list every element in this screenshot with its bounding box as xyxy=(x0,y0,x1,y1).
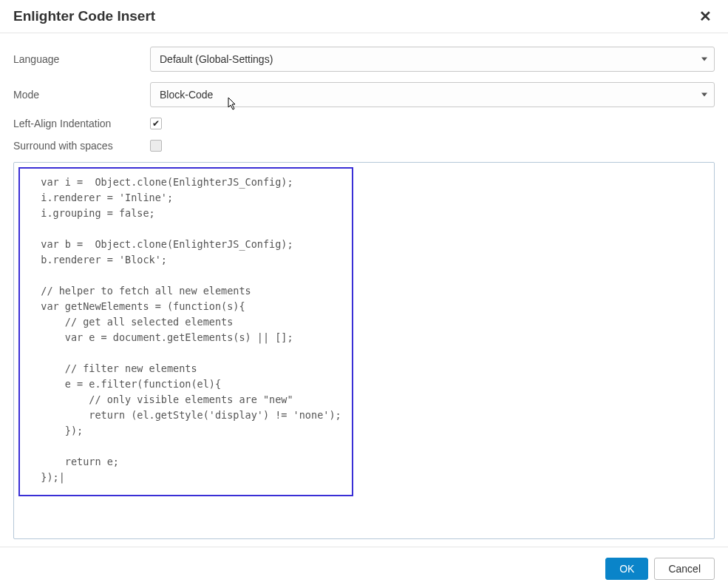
row-surround: Surround with spaces xyxy=(13,140,715,152)
dialog: Enlighter Code Insert ✕ Language Default… xyxy=(0,0,728,588)
cancel-button[interactable]: Cancel xyxy=(654,558,715,580)
dialog-header: Enlighter Code Insert ✕ xyxy=(0,0,728,33)
code-editor[interactable]: var i = Object.clone(EnlighterJS_Config)… xyxy=(18,167,353,496)
label-left-align: Left-Align Indentation xyxy=(13,118,150,129)
select-mode-value: Block-Code xyxy=(150,82,715,107)
close-icon[interactable]: ✕ xyxy=(696,7,715,25)
code-area[interactable]: var i = Object.clone(EnlighterJS_Config)… xyxy=(13,162,715,539)
select-mode[interactable]: Block-Code xyxy=(150,82,715,107)
select-language[interactable]: Default (Global-Settings) xyxy=(150,47,715,72)
row-left-align: Left-Align Indentation ✔ xyxy=(13,118,715,129)
dialog-body: Language Default (Global-Settings) Mode … xyxy=(0,33,728,547)
row-mode: Mode Block-Code xyxy=(13,82,715,107)
select-language-value: Default (Global-Settings) xyxy=(150,47,715,72)
dialog-footer: OK Cancel xyxy=(0,547,728,588)
row-language: Language Default (Global-Settings) xyxy=(13,47,715,72)
ok-button[interactable]: OK xyxy=(605,558,648,580)
chevron-down-icon xyxy=(701,58,707,61)
checkbox-left-align[interactable]: ✔ xyxy=(150,118,162,129)
label-language: Language xyxy=(13,53,150,65)
checkbox-surround[interactable] xyxy=(150,140,162,152)
label-surround: Surround with spaces xyxy=(13,140,150,152)
check-icon: ✔ xyxy=(152,119,160,128)
chevron-down-icon xyxy=(701,93,707,97)
label-mode: Mode xyxy=(13,89,150,101)
dialog-title: Enlighter Code Insert xyxy=(13,8,155,24)
